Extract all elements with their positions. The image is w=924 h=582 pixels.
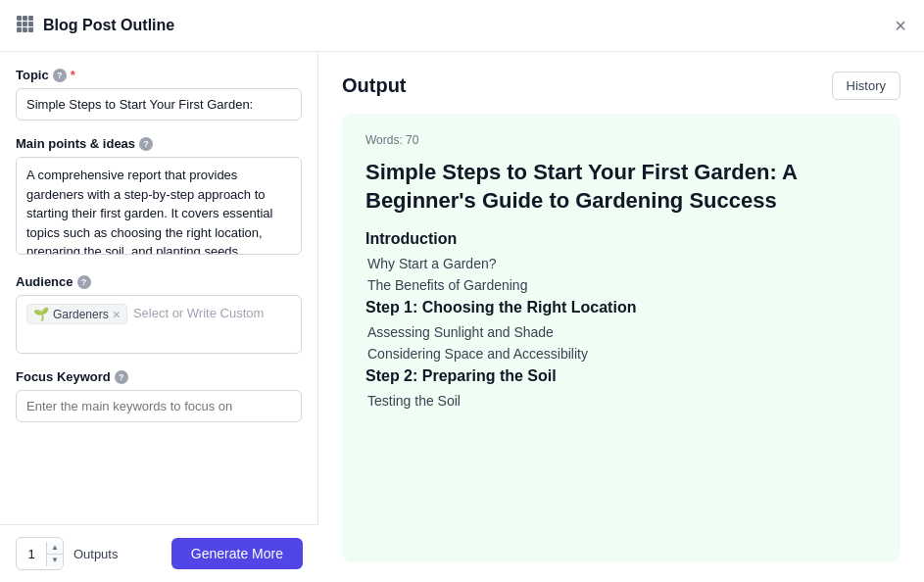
main-points-label: Main points & ideas ?	[16, 136, 302, 151]
history-button[interactable]: History	[832, 72, 900, 100]
section-item: Why Start a Garden?	[365, 256, 877, 271]
sections-container: IntroductionWhy Start a Garden?The Benef…	[365, 230, 877, 409]
section-item: Assessing Sunlight and Shade	[365, 324, 877, 340]
outputs-stepper[interactable]: ▲ ▼	[16, 537, 64, 570]
bottom-bar: ▲ ▼ Outputs Generate More	[0, 524, 318, 582]
focus-keyword-label: Focus Keyword ?	[16, 369, 302, 384]
main-points-field: Main points & ideas ? A comprehensive re…	[16, 136, 302, 259]
focus-keyword-input[interactable]	[16, 390, 302, 422]
left-panel-wrapper: Topic ? * Main points & ideas ? A compre…	[0, 52, 318, 582]
svg-rect-6	[17, 27, 22, 32]
output-main-heading: Simple Steps to Start Your First Garden:…	[365, 159, 877, 215]
word-count: Words: 70	[365, 133, 877, 147]
section-item: The Benefits of Gardening	[365, 277, 877, 293]
audience-tag: 🌱 Gardeners ×	[26, 304, 127, 324]
title-bar: Blog Post Outline ×	[0, 0, 924, 52]
svg-rect-2	[28, 16, 33, 21]
audience-help-icon[interactable]: ?	[77, 275, 91, 289]
close-button[interactable]: ×	[893, 14, 908, 37]
title-bar-left: Blog Post Outline	[16, 15, 174, 36]
output-card: Words: 70 Simple Steps to Start Your Fir…	[342, 114, 900, 562]
tag-remove-button[interactable]: ×	[113, 308, 121, 321]
outputs-value-input[interactable]	[17, 547, 46, 561]
svg-rect-1	[23, 16, 27, 21]
svg-rect-0	[17, 16, 22, 21]
section-item: Testing the Soil	[365, 393, 877, 409]
audience-label: Audience ?	[16, 274, 302, 289]
section-heading: Step 2: Preparing the Soil	[365, 367, 877, 385]
section-heading: Introduction	[365, 230, 877, 248]
audience-placeholder: Select or Write Custom	[133, 304, 264, 322]
main-points-textarea[interactable]: A comprehensive report that provides gar…	[16, 157, 302, 255]
audience-field: Audience ? 🌱 Gardeners × Select or Write…	[16, 274, 302, 354]
output-header: Output History	[342, 72, 900, 100]
topic-input[interactable]	[16, 88, 302, 121]
main-layout: Topic ? * Main points & ideas ? A compre…	[0, 52, 924, 582]
required-star: *	[71, 68, 75, 82]
svg-rect-4	[23, 22, 27, 26]
audience-input-area[interactable]: 🌱 Gardeners × Select or Write Custom	[16, 295, 302, 354]
left-panel: Topic ? * Main points & ideas ? A compre…	[0, 52, 318, 582]
tag-icon: 🌱	[33, 307, 49, 321]
topic-help-icon[interactable]: ?	[53, 69, 67, 82]
svg-rect-5	[28, 22, 33, 26]
svg-rect-8	[28, 27, 33, 32]
right-panel: Output History Words: 70 Simple Steps to…	[318, 52, 924, 582]
app-title: Blog Post Outline	[43, 17, 174, 34]
outputs-label: Outputs	[73, 547, 119, 561]
main-points-help-icon[interactable]: ?	[139, 137, 153, 151]
generate-more-button[interactable]: Generate More	[171, 538, 303, 569]
tag-label: Gardeners	[53, 308, 109, 321]
stepper-up-button[interactable]: ▲	[47, 542, 63, 555]
stepper-arrows: ▲ ▼	[46, 542, 63, 566]
focus-keyword-help-icon[interactable]: ?	[115, 370, 128, 384]
section-heading: Step 1: Choosing the Right Location	[365, 299, 877, 316]
output-title: Output	[342, 74, 407, 97]
focus-keyword-field: Focus Keyword ?	[16, 369, 302, 422]
stepper-down-button[interactable]: ▼	[47, 555, 63, 566]
topic-label: Topic ? *	[16, 68, 302, 82]
svg-rect-3	[17, 22, 22, 26]
topic-field: Topic ? *	[16, 68, 302, 121]
section-item: Considering Space and Accessibility	[365, 346, 877, 362]
svg-rect-7	[23, 27, 27, 32]
grid-icon	[16, 15, 33, 36]
